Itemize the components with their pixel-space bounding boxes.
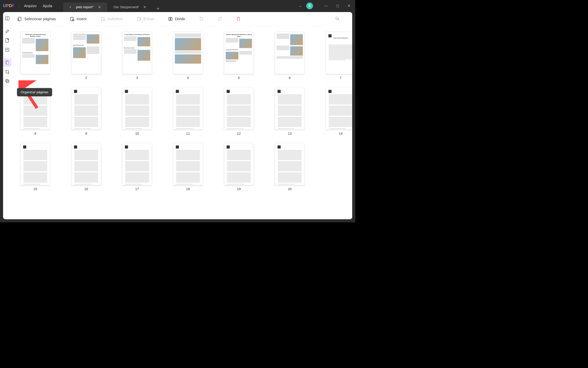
rotate-right-button[interactable] xyxy=(217,16,222,22)
page-thumbnail[interactable]: 11 xyxy=(173,88,203,135)
edit-document-icon xyxy=(5,38,10,43)
page-thumbnail[interactable]: 15 xyxy=(21,143,50,191)
tab-steppenwolf[interactable]: Der Steppenwolf ✕ xyxy=(107,3,153,12)
close-icon[interactable]: ✕ xyxy=(143,5,146,9)
rotate-left-icon xyxy=(199,16,204,21)
separator xyxy=(318,4,318,8)
select-icon xyxy=(18,17,22,21)
zoom-out-button[interactable] xyxy=(335,16,340,22)
svg-rect-3 xyxy=(6,48,9,51)
page-thumbnail[interactable]: A Key Phase in the History of Tourism Wh… xyxy=(122,32,152,80)
split-icon xyxy=(168,17,173,21)
page-thumbnail[interactable]: 6 xyxy=(275,32,304,80)
svg-rect-19 xyxy=(171,17,172,20)
svg-rect-9 xyxy=(6,80,9,83)
page-thumbnail[interactable]: Animals Helping People 2 xyxy=(71,32,101,80)
extract-button: Extrair xyxy=(137,17,154,21)
svg-rect-21 xyxy=(200,17,202,20)
insert-button[interactable]: Inserir xyxy=(70,17,87,21)
user-avatar[interactable]: S xyxy=(306,3,313,9)
separator xyxy=(19,4,19,8)
insert-icon xyxy=(70,17,74,21)
comment-button[interactable] xyxy=(3,27,11,36)
select-pages-button[interactable]: Selecionar páginas xyxy=(18,17,56,21)
tab-dropdown-icon[interactable]: ▼ xyxy=(69,6,71,8)
minimize-button[interactable]: — xyxy=(322,3,329,9)
crop-icon xyxy=(5,69,10,74)
content-area: Selecionar páginas Inserir Substituir Ex… xyxy=(11,12,352,219)
separator xyxy=(4,25,10,25)
page-toolbar: Selecionar páginas Inserir Substituir Ex… xyxy=(11,12,352,26)
form-icon xyxy=(5,47,10,52)
delete-button[interactable] xyxy=(236,16,241,22)
page-grid[interactable]: The Health and Mood-Boosting Benefits of… xyxy=(11,26,352,219)
rotate-left-button[interactable] xyxy=(199,16,204,22)
svg-rect-18 xyxy=(169,17,170,20)
organize-pages-icon xyxy=(5,60,10,65)
page-thumbnail[interactable]: 18 xyxy=(173,143,203,191)
page-thumbnail[interactable]: Improve Working Productivity in Using Ap… xyxy=(224,32,254,80)
menu-help[interactable]: Ajuda xyxy=(43,4,52,8)
new-tab-button[interactable]: ＋ xyxy=(156,5,160,12)
page-thumbnail[interactable]: 20 xyxy=(275,143,304,191)
page-thumbnail[interactable]: 13 xyxy=(275,88,304,135)
tab-label: Der Steppenwolf xyxy=(114,5,139,9)
svg-rect-7 xyxy=(6,61,9,64)
rotate-right-icon xyxy=(217,16,222,21)
zoom-out-icon xyxy=(335,16,340,21)
left-sidebar: Organizar páginas xyxy=(3,12,11,219)
close-icon[interactable]: ✕ xyxy=(98,5,101,9)
chevron-down-icon[interactable]: ⌄ xyxy=(299,4,302,8)
page-thumbnail[interactable]: 9 xyxy=(71,88,101,135)
reader-mode-button[interactable] xyxy=(3,14,11,23)
trash-icon xyxy=(236,16,241,21)
book-icon xyxy=(5,16,10,21)
close-window-button[interactable]: ✕ xyxy=(346,3,352,9)
tab-label: pets report* xyxy=(76,5,94,9)
page-thumbnail[interactable]: The Health and Mood-Boosting Benefits of… xyxy=(21,32,50,80)
extract-icon xyxy=(137,17,141,21)
page-thumbnail[interactable]: 4 xyxy=(173,32,203,80)
tooltip: Organizar páginas xyxy=(17,88,52,96)
maximize-button[interactable]: ▢ xyxy=(334,3,341,9)
layers-icon xyxy=(5,79,10,84)
menu-file[interactable]: Arquivo xyxy=(24,4,36,8)
replace-button: Substituir xyxy=(101,17,123,21)
redact-button[interactable] xyxy=(3,77,11,85)
svg-rect-8 xyxy=(6,79,8,82)
document-tabs: ▼ pets report* ✕ Der Steppenwolf ✕ ＋ xyxy=(63,0,160,12)
replace-icon xyxy=(101,17,105,21)
edit-pdf-button[interactable] xyxy=(3,36,11,45)
tab-pets-report[interactable]: ▼ pets report* ✕ xyxy=(63,3,107,12)
titlebar: UPDF Arquivo Ajuda ▼ pets report* ✕ Der … xyxy=(0,0,355,12)
svg-line-24 xyxy=(338,19,339,20)
app-logo: UPDF xyxy=(3,4,15,8)
organize-pages-button[interactable] xyxy=(3,58,11,67)
marker-icon xyxy=(5,29,10,33)
page-thumbnail[interactable]: 10 xyxy=(122,88,152,135)
svg-rect-11 xyxy=(18,17,21,21)
crop-button[interactable] xyxy=(3,68,11,76)
page-thumbnail[interactable]: 16 xyxy=(71,143,101,191)
form-button[interactable] xyxy=(3,45,11,54)
svg-rect-22 xyxy=(219,17,221,20)
svg-rect-16 xyxy=(101,17,104,21)
page-thumbnail[interactable]: Hermann Hesse Der Steppenwolf 7 xyxy=(326,32,352,80)
split-button[interactable]: Dividir xyxy=(168,17,185,21)
page-thumbnail[interactable]: 17 xyxy=(122,143,152,191)
page-thumbnail[interactable]: 19 xyxy=(224,143,254,191)
separator xyxy=(4,56,10,56)
page-thumbnail[interactable]: 12 xyxy=(224,88,254,135)
page-thumbnail[interactable]: 14 xyxy=(326,88,352,135)
